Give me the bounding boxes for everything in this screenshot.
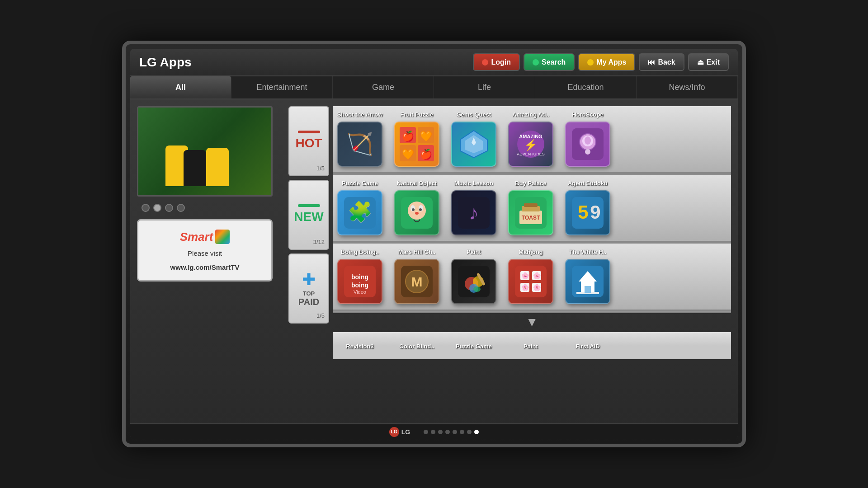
app-name-horo: HoroScope [572,110,603,119]
app-icon-music: ♪ [451,190,496,235]
svg-text:🌸: 🌸 [533,284,541,291]
app-shoot-arrow[interactable]: Shoot the Arrow 🏹 [333,110,387,167]
tab-game[interactable]: Game [333,76,434,99]
exit-button[interactable]: ⏏ Exit [688,53,729,71]
player3 [206,148,229,186]
svg-text:5: 5 [578,202,588,223]
app-name-shoot: Shoot the Arrow [337,110,383,119]
nav-dot-4[interactable] [177,204,185,212]
svg-text:AMAZING: AMAZING [519,134,542,139]
app-icon-fruit: 🍎 🧡 🧡 🍎 [394,122,439,167]
app-icon-sudoku: 5 9 [565,190,610,235]
svg-text:♪: ♪ [469,202,479,224]
tab-entertainment[interactable]: Entertainment [231,76,333,99]
featured-image[interactable] [137,106,273,197]
tab-newsinfo[interactable]: News/Info [637,76,738,99]
page-dots [424,430,479,434]
app-amazing[interactable]: Amazing Ad.. ⚡ AMAZING ADVENTURES [504,110,558,167]
app-fruit-puzzle[interactable]: Fruit Puzzle 🍎 🧡 🧡 [390,110,444,167]
app-icon-paint [451,259,496,304]
down-arrow-row: ▼ [333,312,731,332]
tv-frame: LG Apps Login Search My Apps ⏮ Back [122,41,746,447]
page-dot-3 [438,430,443,434]
nav-dot-1[interactable] [142,204,150,212]
down-arrow[interactable]: ▼ [526,315,538,329]
image-nav-dots [137,202,282,214]
app-icon-shoot: 🏹 [337,122,382,167]
app-icon-buy: TOAST [508,190,553,235]
search-button[interactable]: Search [524,53,575,71]
app-name-natural: Natural Object [397,178,437,188]
tab-education[interactable]: Education [535,76,637,99]
app-icon-gems [451,122,496,167]
svg-rect-65 [585,286,591,293]
svg-text:🧡: 🧡 [402,148,415,160]
app-horoscope[interactable]: HoroScope [561,110,615,167]
svg-text:boing: boing [351,282,368,289]
app-natural[interactable]: Natural Object [390,178,444,235]
svg-text:9: 9 [590,202,600,223]
new-shelf: Puzzle Game 🧩 Natural Object [333,175,731,243]
svg-text:🌸: 🌸 [533,272,541,280]
myapps-button[interactable]: My Apps [578,53,635,71]
nav-dot-3[interactable] [165,204,173,212]
hot-bar [298,131,320,133]
partial-shelf: Revision3 Color Blind.. Puzzle Game Pain… [333,332,731,359]
app-icon-puzzle: 🧩 [337,190,382,235]
svg-text:TOAST: TOAST [522,215,540,221]
app-name-mahjong: Mahjong [519,247,542,256]
paid-icon: ✚ [302,270,316,289]
page-dot-5 [453,430,457,434]
promo-url: www.lg.com/SmartTV [170,263,240,271]
soccer-image [138,108,271,195]
right-panel: HOT 1/5 NEW 3/12 ✚ TOP PAID 1/5 [288,106,731,417]
tab-life[interactable]: Life [434,76,535,99]
nav-buttons: Login Search My Apps ⏮ Back ⏏ Exit [473,53,729,71]
app-name-amazing: Amazing Ad.. [512,110,549,119]
partial-app-4: Paint [504,343,558,350]
hot-count: 1/5 [316,165,325,172]
login-button[interactable]: Login [473,53,520,71]
svg-text:🌸: 🌸 [521,284,529,291]
svg-text:🧩: 🧩 [348,200,373,224]
app-mahjong[interactable]: Mahjong 🌸 🌸 🌸 [504,247,558,304]
app-icon-mars: M [394,259,439,304]
partial-app-3: Puzzle Game [447,343,501,350]
svg-point-19 [585,149,590,155]
tv-footer: LG LG [130,423,738,439]
smart-tv-logo: Smart [180,230,230,244]
app-rows: Shoot the Arrow 🏹 Fruit Puzzle [333,106,731,417]
nav-dot-2[interactable] [153,204,161,212]
back-button[interactable]: ⏮ Back [639,53,684,71]
header: LG Apps Login Search My Apps ⏮ Back [130,49,738,76]
left-panel: Smart Please visit www.lg.com/SmartTV [137,106,282,417]
app-name-music: Music Lesson [454,178,493,188]
top-label: TOP [303,290,315,297]
app-gems-quest[interactable]: Gems Quest [447,110,501,167]
app-icon-natural [394,190,439,235]
svg-point-50 [473,286,481,292]
app-puzzle-game[interactable]: Puzzle Game 🧩 [333,178,387,235]
svg-point-26 [412,208,415,211]
search-icon [533,59,539,66]
app-white-house[interactable]: The White H.. [561,247,615,304]
category-bar: All Entertainment Game Life Education Ne… [130,76,738,99]
app-boing[interactable]: Boing Boing.. boing boing Video [333,247,387,304]
new-count: 3/12 [313,239,325,245]
new-label: NEW [294,210,323,224]
app-mars[interactable]: Mars Hill Ch.. M [390,247,444,304]
app-buy-palace[interactable]: Buy Palace TOAST [504,178,558,235]
tab-all[interactable]: All [130,76,231,99]
login-icon [482,59,488,66]
promo-card: Smart Please visit www.lg.com/SmartTV [137,219,273,282]
app-name-gems: Gems Quest [457,110,491,119]
app-music[interactable]: Music Lesson ♪ [447,178,501,235]
app-paint[interactable]: Paint [447,247,501,304]
partial-app-5: First AID [561,343,615,350]
top-paid-shelf: Boing Boing.. boing boing Video [333,244,731,311]
app-sudoku[interactable]: Agent Sudoku 5 9 [561,178,615,235]
myapps-icon [587,59,594,66]
smart-text: Smart [180,230,213,244]
hot-label: HOT [295,136,322,150]
app-title: LG Apps [139,55,464,70]
